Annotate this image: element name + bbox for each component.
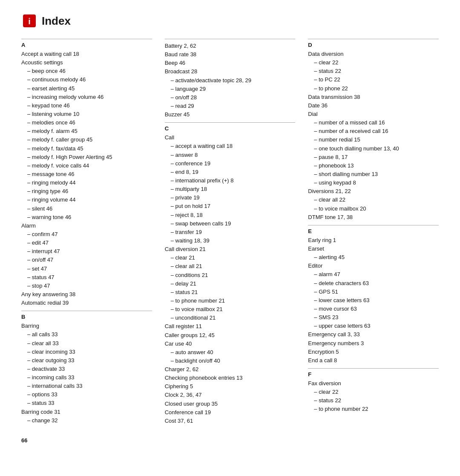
list-item: – melody f. High Power Alerting 45 — [21, 153, 152, 162]
list-item: – conditions 21 — [165, 271, 296, 280]
list-item: Call — [165, 133, 296, 142]
list-item: – to voice mailbox 21 — [165, 305, 296, 314]
list-item: – increasing melody volume 46 — [21, 93, 152, 101]
list-item: – ringing melody 44 — [21, 179, 152, 187]
list-item: – upper case letters 63 — [308, 322, 439, 330]
list-item: Acoustic settings — [21, 58, 152, 67]
list-item: – alarm 47 — [308, 270, 439, 279]
list-item: – unconditional 21 — [165, 314, 296, 322]
list-item: Ciphering 5 — [165, 382, 296, 391]
list-item: Dial — [308, 110, 439, 118]
list-item: – number of a received call 16 — [308, 127, 439, 136]
section-3-3: FFax diversion– clear 22– status 22– to … — [308, 368, 439, 414]
list-item: – clear incoming 33 — [21, 348, 152, 356]
list-item: Data transmission 38 — [308, 93, 439, 101]
list-item: – number of a missed call 16 — [308, 118, 439, 127]
list-item: – end 8, 19 — [165, 168, 296, 176]
list-item: – change 32 — [21, 416, 152, 425]
index-icon: i — [21, 13, 37, 29]
list-item: Beep 46 — [165, 59, 296, 67]
list-item: Call register 11 — [165, 322, 296, 331]
list-item: – melody f. voice calls 44 — [21, 162, 152, 170]
list-item: Barring — [21, 322, 152, 330]
list-item: Car use 40 — [165, 340, 296, 348]
list-item: – confirm 47 — [21, 230, 152, 239]
section-1-1: AAccept a waiting call 18Acoustic settin… — [21, 39, 152, 307]
list-item: – melody f. caller group 45 — [21, 136, 152, 144]
list-item: – earset alerting 45 — [21, 84, 152, 93]
list-item: – clear 21 — [165, 254, 296, 262]
list-item: – pause 8, 17 — [308, 153, 439, 162]
page-title: Index — [42, 14, 71, 28]
list-item: – options 33 — [21, 390, 152, 399]
list-item: – message tone 46 — [21, 170, 152, 179]
list-item: – status 47 — [21, 273, 152, 282]
list-item: – melodies once 46 — [21, 118, 152, 127]
list-item: – answer 8 — [165, 151, 296, 159]
list-item: Accept a waiting call 18 — [21, 50, 152, 58]
list-item: Conference call 19 — [165, 408, 296, 417]
list-item: – all calls 33 — [21, 330, 152, 339]
list-item: – interrupt 47 — [21, 247, 152, 256]
svg-text:i: i — [28, 17, 31, 26]
list-item: Closed user group 35 — [165, 400, 296, 408]
list-item: Fax diversion — [308, 379, 439, 388]
list-item: – clear all 33 — [21, 339, 152, 348]
list-item: – edit 47 — [21, 239, 152, 247]
list-item: – phonebook 13 — [308, 162, 439, 170]
list-item: DTMF tone 17, 38 — [308, 213, 439, 222]
list-item: – conference 19 — [165, 159, 296, 168]
list-item: – reject 8, 18 — [165, 211, 296, 219]
list-item: – delete characters 63 — [308, 279, 439, 288]
section-letter-A: A — [21, 42, 152, 48]
list-item: – to phone number 22 — [308, 405, 439, 413]
list-item: Call diversion 21 — [165, 245, 296, 254]
list-item: – to phone 22 — [308, 84, 439, 93]
list-item: – clear all 21 — [165, 262, 296, 271]
list-item: Emergency call 3, 33 — [308, 330, 439, 339]
list-item: – swap between calls 19 — [165, 219, 296, 228]
section-letter-E: E — [308, 228, 439, 234]
list-item: – SMS 23 — [308, 313, 439, 322]
list-item: – clear outgoing 33 — [21, 356, 152, 365]
list-item: – listening volume 10 — [21, 110, 152, 118]
list-item: – deactivate 33 — [21, 365, 152, 373]
list-item: – short dialling number 13 — [308, 170, 439, 179]
list-item: – GPS 51 — [308, 288, 439, 296]
list-item: – on/off 28 — [165, 93, 296, 102]
list-item: – international prefix (+) 8 — [165, 176, 296, 185]
header: i Index — [21, 13, 439, 29]
list-item: Clock 2, 36, 47 — [165, 391, 296, 399]
section-letter-D: D — [308, 42, 439, 48]
list-item: – melody f. alarm 45 — [21, 127, 152, 136]
list-item: – transfer 19 — [165, 228, 296, 237]
list-item: – move cursor 63 — [308, 305, 439, 313]
list-item: – stop 47 — [21, 282, 152, 290]
list-item: – set 47 — [21, 265, 152, 273]
list-item: – continuous melody 46 — [21, 75, 152, 84]
column-1: AAccept a waiting call 18Acoustic settin… — [21, 37, 152, 429]
list-item: – status 22 — [308, 67, 439, 75]
page-number: 66 — [21, 437, 439, 444]
list-item: – multiparty 18 — [165, 185, 296, 193]
list-item: – accept a waiting call 18 — [165, 142, 296, 150]
list-item: – ringing type 46 — [21, 187, 152, 196]
section-2-1: Battery 2, 62Baud rate 38Beep 46Broadcas… — [165, 39, 296, 119]
section-letter-B: B — [21, 314, 152, 320]
list-item: Cost 37, 61 — [165, 417, 296, 425]
list-item: – beep once 46 — [21, 67, 152, 75]
section-letter-C: C — [165, 125, 296, 132]
list-item: – backlight on/off 40 — [165, 357, 296, 365]
list-item: – read 29 — [165, 102, 296, 110]
content: AAccept a waiting call 18Acoustic settin… — [21, 37, 439, 429]
list-item: Editor — [308, 262, 439, 270]
list-item: – ringing volume 44 — [21, 196, 152, 204]
list-item: – clear 22 — [308, 58, 439, 67]
section-3-1: DData diversion– clear 22– status 22– to… — [308, 39, 439, 222]
list-item: – status 22 — [308, 396, 439, 405]
section-letter-F: F — [308, 371, 439, 378]
list-item: – to phone number 21 — [165, 297, 296, 305]
list-item: End a call 8 — [308, 356, 439, 365]
list-item: – melody f. fax/data 45 — [21, 144, 152, 153]
list-item: – waiting 18, 39 — [165, 237, 296, 245]
